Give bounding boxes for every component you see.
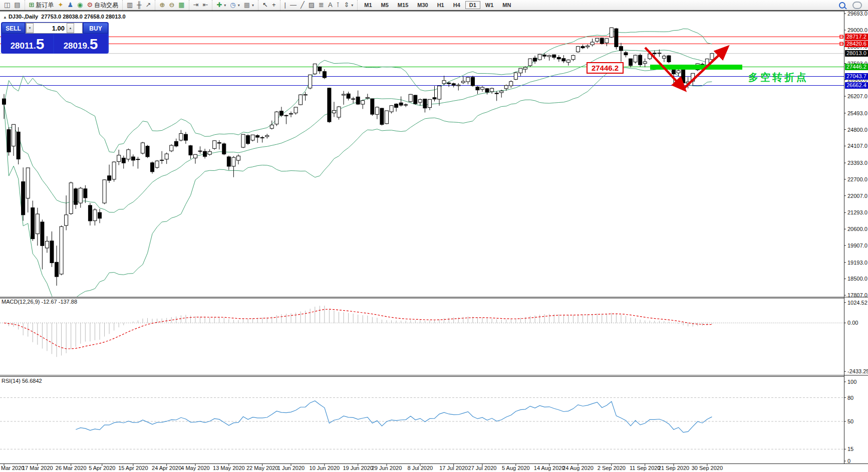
timeframe-w1[interactable]: W1 [481, 1, 498, 9]
indicators-icon[interactable]: ✚▾ [214, 1, 228, 10]
svg-text:24 Aug 2020: 24 Aug 2020 [562, 465, 594, 471]
svg-text:13 May 2020: 13 May 2020 [213, 465, 245, 471]
equidistant-channel-icon[interactable]: ▨ [307, 1, 317, 10]
chat-icon[interactable] [852, 2, 862, 9]
svg-text:17807.0: 17807.0 [847, 292, 867, 298]
svg-text:100: 100 [847, 379, 856, 385]
tile-windows-icon[interactable]: ▦ [176, 1, 186, 10]
svg-text:1024.52: 1024.52 [847, 300, 867, 306]
price-badge-26662.4: 26662.4 [845, 82, 868, 89]
bar-chart-icon[interactable]: ▥ [125, 1, 135, 10]
text-label-icon[interactable]: ⊺ [335, 1, 342, 10]
svg-text:19 Jun 2020: 19 Jun 2020 [343, 465, 373, 471]
toolbar: ◫▤⊞新订单✦♟◉⚙自动交易▥╫↗⊕⊖▦⇥⇤✚▾◷▾▩▾↖+|—╱▨≣A⊺⇕▾ … [0, 0, 868, 11]
svg-text:4 May 2020: 4 May 2020 [181, 465, 209, 471]
templates-icon[interactable]: ▩▾ [242, 1, 256, 10]
buy-button[interactable]: BUY [83, 23, 108, 34]
new-order-icon[interactable]: ⊞新订单 [27, 1, 56, 10]
svg-text:19907.0: 19907.0 [847, 243, 867, 249]
sell-button[interactable]: SELL [2, 23, 25, 34]
svg-text:17 Jul 2020: 17 Jul 2020 [439, 465, 468, 471]
rsi-indicator-label: RSI(14) 56.6842 [2, 378, 42, 384]
svg-text:29000.0: 29000.0 [847, 27, 867, 33]
chart-shift-icon[interactable]: ⇤ [201, 1, 210, 10]
svg-text:30 Sep 2020: 30 Sep 2020 [692, 465, 723, 471]
chart-canvas: 29693.029000.028307.027593.026900.026207… [0, 0, 868, 472]
timeframe-mn[interactable]: MN [498, 1, 515, 9]
svg-text:8 Jul 2020: 8 Jul 2020 [407, 465, 433, 471]
arrows-icon[interactable]: ⇕▾ [342, 1, 355, 10]
svg-text:25493.0: 25493.0 [847, 110, 867, 116]
svg-text:5 Apr 2020: 5 Apr 2020 [89, 465, 115, 471]
volume-input[interactable] [34, 23, 67, 33]
svg-text:29693.0: 29693.0 [847, 11, 867, 17]
svg-text:19193.0: 19193.0 [847, 260, 867, 266]
volume-increase-button[interactable]: ▴ [67, 23, 74, 33]
search-icon[interactable] [839, 2, 845, 9]
svg-text:20600.0: 20600.0 [847, 226, 867, 232]
timeframe-m30[interactable]: M30 [413, 1, 432, 9]
periods-icon[interactable]: ◷▾ [228, 1, 241, 10]
svg-text:24 Apr 2020: 24 Apr 2020 [152, 465, 181, 471]
price-badge-27043.7: 27043.7 [845, 73, 868, 80]
volume-decrease-button[interactable]: ▾ [26, 23, 34, 33]
svg-text:5 Aug 2020: 5 Aug 2020 [502, 465, 530, 471]
svg-text:22007.0: 22007.0 [847, 193, 867, 199]
horizontal-line-icon[interactable]: — [288, 1, 299, 10]
svg-text:27 Jul 2020: 27 Jul 2020 [468, 465, 497, 471]
timeframe-d1[interactable]: D1 [465, 1, 480, 9]
line-chart-icon[interactable]: ↗ [144, 1, 153, 10]
turning-point-annotation: 多空转折点 [748, 71, 808, 84]
macd-pane [0, 306, 844, 357]
text-icon[interactable]: A [326, 1, 335, 10]
navigator-icon[interactable]: ♟ [65, 1, 75, 10]
timeframe-h1[interactable]: H1 [433, 1, 448, 9]
svg-text:22700.0: 22700.0 [847, 176, 867, 182]
crosshair-icon[interactable]: + [270, 1, 278, 10]
fibonacci-icon[interactable]: ≣ [317, 1, 326, 10]
date-axis: Mar 202017 Mar 202026 Mar 20205 Apr 2020… [1, 464, 723, 471]
svg-text:11 Sep 2020: 11 Sep 2020 [630, 465, 661, 471]
market-horn-icon[interactable]: ✦ [56, 1, 66, 10]
sell-price[interactable]: 28011.5 [2, 34, 53, 53]
timeframe-m1[interactable]: M1 [360, 1, 376, 9]
svg-text:Mar 2020: Mar 2020 [1, 465, 24, 471]
panel-toggle-icon[interactable]: ▲ [3, 15, 7, 20]
svg-text:23393.0: 23393.0 [847, 160, 867, 166]
timeframe-m5[interactable]: M5 [377, 1, 393, 9]
trendline-icon[interactable]: ╱ [299, 1, 307, 10]
one-click-trading-panel: SELL ▾ ▴ BUY 28011.5 28019.5 [1, 22, 109, 54]
svg-text:50: 50 [847, 418, 853, 424]
timeframe-h4[interactable]: H4 [449, 1, 464, 9]
price-badge-28013.0: 28013.0 [845, 50, 868, 57]
support-price-annotation[interactable]: 27446.2 [587, 62, 624, 74]
chart-title: ▲DJ30-,Daily 27753.0 28038.0 27658.0 280… [3, 14, 126, 20]
svg-text:21293.0: 21293.0 [847, 209, 867, 215]
svg-text:26207.0: 26207.0 [847, 93, 867, 99]
svg-text:2 Sep 2020: 2 Sep 2020 [598, 465, 626, 471]
autotrading-icon[interactable]: ⚙自动交易 [85, 1, 120, 10]
macd-indicator-label: MACD(12,26,9) -12.67 -137.88 [2, 299, 77, 305]
svg-text:80: 80 [847, 395, 853, 401]
timeframe-m15[interactable]: M15 [394, 1, 412, 9]
auto-scroll-icon[interactable]: ⇥ [191, 1, 201, 10]
horizontal-level-lines [0, 35, 844, 85]
candlestick-chart-icon[interactable]: ╫ [135, 1, 143, 10]
svg-text:14 Aug 2020: 14 Aug 2020 [534, 465, 565, 471]
svg-text:22 May 2020: 22 May 2020 [246, 465, 278, 471]
vertical-line-icon[interactable]: | [282, 1, 288, 10]
buy-price[interactable]: 28019.5 [54, 34, 107, 53]
signals-icon[interactable]: ◉ [75, 1, 85, 10]
profiles-icon[interactable]: ▤ [12, 1, 22, 10]
svg-text:-2433.25: -2433.25 [847, 368, 868, 374]
zoom-out-icon[interactable]: ⊖ [167, 1, 176, 10]
cursor-icon[interactable]: ↖ [260, 1, 270, 10]
svg-text:15 Apr 2020: 15 Apr 2020 [118, 465, 148, 471]
zoom-in-icon[interactable]: ⊕ [157, 1, 167, 10]
svg-text:17 Mar 2020: 17 Mar 2020 [22, 465, 53, 471]
ohlc-readout: 27753.0 28038.0 27658.0 28013.0 [41, 14, 125, 20]
new-chart-icon[interactable]: ◫ [2, 1, 12, 10]
svg-text:29 Jun 2020: 29 Jun 2020 [372, 465, 402, 471]
rsi-pane [0, 398, 844, 449]
svg-text:24107.0: 24107.0 [847, 143, 867, 149]
